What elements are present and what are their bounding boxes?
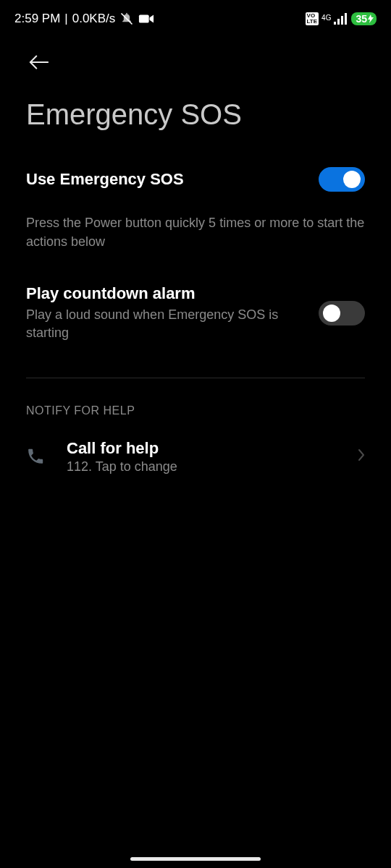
status-sep: | bbox=[64, 12, 67, 26]
battery-percent: 35 bbox=[356, 13, 367, 25]
battery-indicator: 35 bbox=[351, 12, 377, 25]
use-emergency-sos-toggle[interactable] bbox=[319, 167, 365, 192]
svg-rect-3 bbox=[341, 16, 343, 25]
home-indicator[interactable] bbox=[130, 857, 261, 861]
status-right: VO LTE 4G 35 bbox=[306, 12, 377, 25]
svg-rect-2 bbox=[337, 19, 340, 25]
status-time: 2:59 PM bbox=[14, 12, 60, 26]
status-speed: 0.0KB/s bbox=[72, 12, 116, 26]
status-bar: 2:59 PM | 0.0KB/s VO LTE 4G bbox=[0, 0, 391, 32]
svg-rect-0 bbox=[139, 15, 149, 23]
use-emergency-sos-title: Use Emergency SOS bbox=[26, 170, 307, 189]
use-emergency-sos-description: Press the Power button quickly 5 times o… bbox=[0, 206, 391, 264]
camera-icon bbox=[138, 13, 154, 25]
svg-rect-1 bbox=[334, 22, 336, 25]
status-left: 2:59 PM | 0.0KB/s bbox=[14, 12, 154, 26]
signal-icon bbox=[334, 13, 348, 25]
call-for-help-item[interactable]: Call for help 112. Tap to change bbox=[0, 425, 391, 489]
page-title: Emergency SOS bbox=[0, 78, 391, 153]
countdown-alarm-row[interactable]: Play countdown alarm Play a loud sound w… bbox=[0, 264, 391, 357]
phone-icon bbox=[26, 447, 46, 466]
countdown-alarm-toggle[interactable] bbox=[319, 301, 365, 326]
call-for-help-title: Call for help bbox=[67, 439, 337, 458]
call-for-help-subtitle: 112. Tap to change bbox=[67, 459, 337, 475]
network-label: 4G bbox=[321, 14, 331, 22]
countdown-alarm-title: Play countdown alarm bbox=[26, 284, 307, 303]
back-button[interactable] bbox=[29, 52, 49, 72]
volte-icon: VO LTE bbox=[306, 12, 319, 25]
countdown-alarm-subtitle: Play a loud sound when Emergency SOS is … bbox=[26, 306, 307, 342]
notify-for-help-header: NOTIFY FOR HELP bbox=[0, 378, 391, 425]
chevron-right-icon bbox=[358, 448, 365, 464]
svg-rect-4 bbox=[345, 13, 347, 25]
mute-icon bbox=[119, 12, 134, 26]
use-emergency-sos-row[interactable]: Use Emergency SOS bbox=[0, 153, 391, 206]
